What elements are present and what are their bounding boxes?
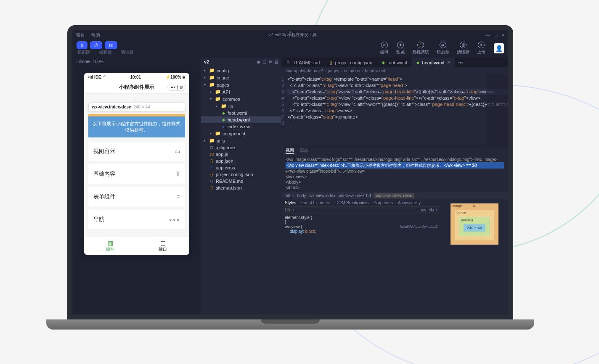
avatar[interactable]: 👤 — [494, 43, 504, 53]
tree-file[interactable]: {}project.config.json — [201, 171, 281, 178]
menu-item[interactable]: 视图容器▭ — [88, 142, 185, 161]
highlighted-element[interactable]: 以下将展示小程序官方组件能力，组件样式仅供参考。 — [88, 114, 185, 137]
status-bar: •ııl IDE ⌃ 10:01 ⚡100% ■ — [84, 73, 189, 81]
styles-subtab[interactable]: Styles — [285, 200, 296, 205]
css-rule[interactable]: localfile:/…index.css:2wx-view {display:… — [285, 224, 437, 234]
phone-tabbar: ▦组件◫接口 — [84, 237, 189, 255]
close-capsule-icon[interactable]: ⊙ — [180, 85, 183, 90]
collapse-icon[interactable]: ⊟ — [275, 60, 278, 64]
toolbar-action-编译[interactable]: ⟳编译 — [380, 42, 389, 55]
tree-folder[interactable]: ▸📁API — [201, 88, 281, 95]
breadcrumb-segment[interactable]: head.wxml — [365, 69, 385, 73]
editor-panel: □README.md{}project.config.json◆foot.wxm… — [281, 58, 508, 314]
laptop-frame: 项目 帮助 v2-FinClip小程序开发工具 — ▢ ✕ ▯ ‹/› ⫾⫾ — [67, 25, 513, 330]
file-explorer: v2 ⊕ ▢ ⟳ ⊟ ▸📁config▸📁image▾📁pages▸📁API▾📁… — [201, 58, 281, 314]
breadcrumb-segment[interactable]: fino-applet-demo-v2 — [286, 69, 323, 73]
debugger-pill[interactable]: ⫾⫾ — [105, 41, 117, 49]
window-title: v2-FinClip小程序开发工具 — [100, 32, 485, 38]
menu-item[interactable]: 导航∘∘∘ — [88, 210, 185, 229]
tree-folder[interactable]: ▸📁component — [201, 130, 281, 137]
editor-tab[interactable]: ◆head.wxml✕ — [411, 58, 455, 67]
tree-file[interactable]: □README.md — [201, 178, 281, 185]
breadcrumb-segment[interactable]: common — [344, 69, 360, 73]
tree-file[interactable]: ◆head.wxml — [201, 116, 281, 123]
dom-node[interactable]: <wx-view class="index-desc">以下将展示小程序官方组件… — [286, 162, 504, 169]
minimap[interactable] — [487, 74, 508, 146]
pill-label: 模拟器 — [77, 49, 90, 55]
editor-tab[interactable]: □README.md — [281, 58, 324, 67]
toolbar-action-预览[interactable]: 👁预览 — [396, 42, 405, 55]
tree-file[interactable]: {}app.json — [201, 158, 281, 164]
code-editor[interactable]: 12345678 <"c-attr">class="c-tag">templat… — [281, 74, 508, 146]
toolbar-action-清缓存[interactable]: 🗑清缓存 — [457, 42, 469, 55]
menu-item[interactable]: 基础内容𝕋 — [88, 164, 185, 184]
dom-node[interactable]: </body> — [286, 179, 504, 185]
dom-node[interactable]: </html> — [286, 185, 504, 190]
pill-label: 编辑器 — [99, 49, 112, 55]
tabbar-item[interactable]: ◫接口 — [137, 237, 189, 255]
styles-pane: StylesEvent ListenersDOM BreakpointsProp… — [281, 199, 441, 314]
toolbar-action-切后台[interactable]: ⇄切后台 — [437, 42, 449, 55]
tab-view[interactable]: 视图 — [286, 148, 294, 154]
dom-node[interactable]: <wx-image class="index-logo" src="../res… — [286, 157, 504, 162]
phone-body: ▭ wx-view.index-desc240 × 44 以下将展示小程序官方组… — [84, 94, 189, 237]
tab-close-icon[interactable]: ✕ — [447, 60, 451, 65]
menu-help[interactable]: 帮助 — [91, 32, 100, 38]
capsule-button[interactable]: ••• | ⊙ — [167, 84, 186, 91]
close-icon[interactable]: ✕ — [501, 32, 505, 38]
tree-file[interactable]: □.gitignore — [201, 144, 281, 151]
editor-tab[interactable]: {}project.config.json — [324, 58, 376, 67]
maximize-icon[interactable]: ▢ — [493, 32, 498, 38]
dom-tree[interactable]: <wx-image class="index-logo" src="../res… — [281, 155, 508, 192]
tree-file[interactable]: {}sitemap.json — [201, 185, 281, 191]
refresh-icon[interactable]: ⟳ — [269, 60, 272, 64]
simulator-panel: iphone6 100% •ııl IDE ⌃ 10:01 ⚡100% ■ 小程… — [72, 58, 201, 314]
tree-folder[interactable]: ▸📁image — [201, 74, 281, 81]
styles-subtab[interactable]: DOM Breakpoints — [335, 200, 368, 205]
dom-crumb[interactable]: html — [286, 193, 294, 198]
editor-pill[interactable]: ‹/› — [90, 41, 102, 49]
css-rule[interactable]: element.style {} — [285, 215, 437, 224]
tree-folder[interactable]: ▸📁utils — [201, 137, 281, 144]
menu-project[interactable]: 项目 — [76, 32, 85, 38]
tree-folder[interactable]: ▾📁common — [201, 95, 281, 103]
inspect-tooltip: wx-view.index-desc240 × 44 — [88, 103, 185, 111]
new-folder-icon[interactable]: ▢ — [262, 60, 266, 64]
dom-crumb[interactable]: wx-view.index-desc — [374, 193, 413, 198]
tree-folder[interactable]: ▸📁lib — [201, 103, 281, 110]
main-area: iphone6 100% •ııl IDE ⌃ 10:01 ⚡100% ■ 小程… — [72, 58, 508, 314]
tabbar-item[interactable]: ▦组件 — [84, 237, 137, 255]
tab-log[interactable]: 日志 — [300, 148, 308, 154]
editor-tab[interactable]: ◆foot.wxml — [376, 58, 411, 67]
camera-dot — [289, 31, 292, 34]
box-content-dims: 240 × 44 — [464, 224, 485, 232]
menu-item[interactable]: 表单组件≡ — [88, 187, 185, 206]
tree-folder[interactable]: ▾📁pages — [201, 81, 281, 88]
styles-subtab[interactable]: Properties — [374, 200, 393, 205]
simulator-pill[interactable]: ▯ — [77, 41, 87, 49]
tree-file[interactable]: ◆foot.wxml — [201, 110, 281, 116]
tree-file[interactable]: #app.wxss — [201, 164, 281, 171]
dom-crumb[interactable]: wx-view.index-hd — [339, 193, 371, 198]
devtools-panel: 视图 日志 <wx-image class="index-logo" src="… — [281, 146, 508, 314]
dom-crumb[interactable]: wx-view.index — [310, 193, 336, 198]
line-gutter: 12345678 — [281, 74, 287, 146]
dom-node[interactable]: </wx-view> — [286, 174, 504, 179]
tree-folder[interactable]: ▸📁config — [201, 67, 281, 74]
breadcrumb-segment[interactable]: pages — [328, 69, 339, 73]
minimize-icon[interactable]: — — [485, 32, 490, 38]
more-icon[interactable]: ••• — [170, 85, 175, 90]
toolbar-action-真机调试[interactable]: 📱真机调试 — [412, 42, 429, 55]
dom-node[interactable]: ▸<wx-view class="index-bd">…</wx-view> — [286, 169, 504, 174]
new-file-icon[interactable]: ⊕ — [257, 60, 260, 64]
tree-file[interactable]: JSapp.js — [201, 151, 281, 158]
styles-filter-input[interactable] — [285, 208, 419, 212]
styles-subtab[interactable]: Event Listeners — [301, 200, 330, 205]
styles-subtab[interactable]: Accessibility — [398, 200, 421, 205]
tree-file[interactable]: #index.wxss — [201, 123, 281, 130]
toolbar-action-上传[interactable]: ⬆上传 — [477, 42, 485, 55]
filter-actions[interactable]: :hov .cls + — [419, 208, 437, 212]
dom-crumb[interactable]: body — [297, 193, 306, 198]
menubar: 项目 帮助 — [76, 32, 100, 38]
tabs-overflow-icon[interactable]: ••• — [455, 60, 466, 65]
